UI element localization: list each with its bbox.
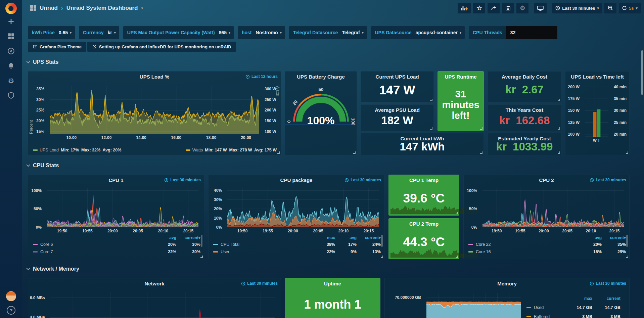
axis-tick: 20:00 — [107, 229, 118, 233]
y-axis-ticks-left: 200 W175 W150 W125 W100 W — [565, 84, 582, 137]
panel-resize-handle[interactable] — [626, 256, 628, 258]
panel-resize-handle[interactable] — [480, 151, 482, 154]
stat-value: kr 2.67 — [488, 79, 561, 100]
axis-tick: 12:00 — [101, 135, 112, 140]
panel-title[interactable]: CPU 1 Temp — [389, 177, 459, 183]
panel-estimated-yearly-cost: Estimated Yearly Cost kr 1033.99 — [488, 133, 561, 155]
alerting-bell-icon[interactable] — [0, 58, 22, 73]
legend-header-max[interactable]: max — [312, 235, 335, 240]
section-cpu-stats[interactable]: CPU Stats — [26, 163, 59, 169]
ups-load-chart[interactable] — [50, 86, 259, 134]
panel-title[interactable]: Estimated Yearly Cost — [488, 136, 561, 141]
panel-resize-handle[interactable] — [456, 256, 458, 258]
legend-header-current[interactable]: current — [592, 296, 620, 301]
load-vs-time-bar-chart[interactable] — [585, 84, 608, 137]
panel-title[interactable]: CPU 2 Temp — [389, 221, 459, 227]
network-chart[interactable] — [50, 292, 275, 318]
panel-resize-handle[interactable] — [558, 99, 560, 101]
panel-title[interactable]: Uptime — [285, 281, 380, 286]
panel-title[interactable]: This Years Cost — [488, 107, 561, 113]
server-admin-shield-icon[interactable] — [0, 88, 22, 103]
axis-tick: 20:10 — [338, 229, 349, 233]
explore-compass-icon[interactable] — [0, 44, 22, 58]
legend-series-core16[interactable]: Core 16 — [468, 249, 580, 254]
legend-header-current[interactable]: current▾ — [357, 235, 381, 240]
user-avatar[interactable] — [6, 291, 16, 301]
legend-header-avg[interactable]: avg — [155, 235, 176, 240]
configuration-gear-icon[interactable]: ⚙ — [0, 73, 22, 88]
panel-resize-handle[interactable] — [480, 127, 482, 130]
panel-ups-battery-charge: UPS Battery Charge 02050100 100% — [285, 71, 357, 155]
panel-title[interactable]: UPS Load % — [28, 74, 281, 80]
axis-tick: 19:50 — [492, 229, 502, 233]
chevron-down-icon — [26, 266, 30, 270]
grafana-logo-icon[interactable] — [5, 3, 17, 14]
legend-series-watts[interactable]: WattsMin: 147 W Max: 278 W Avg: 175 W — [186, 148, 277, 152]
panel-resize-handle[interactable] — [430, 127, 432, 130]
cpu2-chart[interactable] — [482, 188, 624, 227]
panel-title[interactable]: UPS Load vs Time left — [565, 74, 629, 80]
legend-series-core7[interactable]: Core 7 — [33, 249, 155, 254]
legend-scrollbar[interactable] — [626, 235, 628, 247]
panel-current-ups-load: Current UPS Load 147 W — [361, 71, 434, 102]
axis-tick: 20:00 — [241, 135, 251, 140]
legend-series-buffered[interactable]: Buffered — [526, 314, 561, 318]
legend-series-core22[interactable]: Core 22 — [468, 242, 580, 247]
section-ups-stats[interactable]: UPS Stats — [26, 59, 58, 65]
panel-resize-handle[interactable] — [626, 151, 628, 154]
panel-title[interactable]: UPS Runtime — [438, 74, 484, 80]
memory-chart[interactable] — [426, 293, 521, 318]
axis-tick: 35 min — [614, 96, 627, 101]
panel-resize-handle[interactable] — [200, 256, 203, 258]
panel-resize-handle[interactable] — [353, 151, 356, 154]
panel-resize-handle[interactable] — [430, 99, 432, 101]
axis-tick: 30% — [36, 97, 44, 102]
axis-tick: 6.0 MBs — [30, 296, 45, 300]
create-plus-icon[interactable] — [0, 14, 22, 29]
series-color-dash — [526, 307, 531, 308]
legend-series-user[interactable]: User — [213, 249, 312, 254]
panel-title[interactable]: Current Load kWh — [361, 136, 484, 141]
chevron-down-icon — [26, 163, 30, 167]
axis-tick: 14:00 — [136, 135, 146, 140]
legend-series-core6[interactable]: Core 6 — [33, 242, 155, 247]
panel-resize-handle[interactable] — [558, 127, 560, 130]
cpu1-chart[interactable] — [47, 188, 198, 227]
legend-scrollbar[interactable] — [381, 235, 383, 247]
dashboards-icon[interactable] — [0, 29, 22, 44]
axis-tick: 0% — [471, 225, 477, 230]
panel-title[interactable]: Current UPS Load — [361, 74, 433, 80]
y-axis-ticks-left: 70.000000 GB60.000000 GB50.000000 GB — [385, 293, 424, 318]
clock-icon — [590, 281, 594, 286]
series-color-dash — [213, 251, 218, 253]
legend-scrollbar[interactable] — [201, 235, 202, 247]
legend-header-avg[interactable]: avg — [335, 235, 357, 240]
cpu-package-chart[interactable] — [227, 188, 379, 227]
axis-tick: 20% — [214, 207, 222, 211]
section-network-memory[interactable]: Network / Memory — [26, 266, 79, 272]
axis-tick: 30 min — [614, 108, 627, 113]
panel-title[interactable]: UPS Battery Charge — [285, 74, 357, 80]
legend-series-used[interactable]: Used — [526, 305, 561, 310]
legend-header-current[interactable]: current▾ — [602, 235, 626, 240]
panel-resize-handle[interactable] — [558, 151, 560, 154]
legend-series-cpu-total[interactable]: CPU Total — [213, 242, 312, 247]
legend-header-avg[interactable]: avg — [580, 235, 602, 240]
panel-resize-handle[interactable] — [456, 212, 458, 214]
legend-row: Used14.7 GB14.7 GB — [526, 303, 620, 312]
legend-header-max[interactable]: max — [561, 296, 592, 301]
panel-uptime: Uptime 1 month 1 — [285, 278, 380, 318]
stat-value: 182 W — [361, 112, 433, 129]
y-axis-ticks-right: 300 W250 W200 W150 W100 W — [262, 86, 281, 134]
help-icon[interactable]: ? — [7, 306, 15, 315]
panel-average-daily-cost: Average Daily Cost kr 2.67 — [488, 71, 561, 102]
panel-title[interactable]: Average PSU Load — [361, 107, 433, 113]
axis-tick: 20 min — [614, 132, 627, 137]
legend-header-current[interactable]: current▾ — [176, 235, 200, 240]
legend-row: Core 2220%35% — [468, 241, 626, 248]
panel-resize-handle[interactable] — [277, 151, 280, 154]
axis-tick: 50% — [469, 207, 477, 211]
panel-title[interactable]: Average Daily Cost — [488, 74, 561, 80]
legend-series-ups-load[interactable]: UPS LoadMin: 17% Max: 32% Avg: 20% — [33, 148, 121, 152]
panel-resize-handle[interactable] — [381, 256, 383, 258]
